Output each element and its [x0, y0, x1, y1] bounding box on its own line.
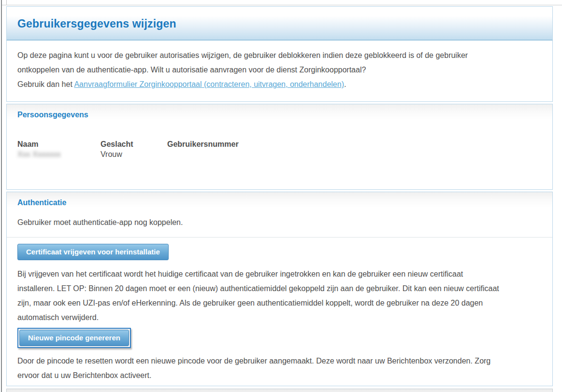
intro-link-prefix: Gebruik dan het — [17, 80, 74, 88]
intro-section: Op deze pagina kunt u voor de gebruiker … — [6, 41, 553, 102]
certificaat-description-line-3: zijn, maar ook een UZI-pas en/of eHerken… — [17, 296, 542, 310]
page-title: Gebruikersgegevens wijzigen — [17, 17, 176, 30]
intro-line-3: Gebruik dan het Aanvraagformulier Zorgin… — [17, 77, 542, 92]
persoonsgegevens-fields: Naam Xxx Xxxxxxx Geslacht Vrouw Gebruike… — [17, 140, 542, 159]
certificaat-vrijgeven-button[interactable]: Certificaat vrijgeven voor herinstallati… — [17, 244, 169, 260]
intro-line-2: ontkoppelen van de authenticatie-app. Wi… — [17, 63, 542, 77]
left-frame-border — [1, 0, 2, 392]
pincode-button-focus-ring: Nieuwe pincode genereren — [17, 328, 131, 348]
geslacht-value: Vrouw — [101, 150, 167, 159]
geslacht-label: Geslacht — [101, 140, 167, 149]
pincode-description-line-1: Door de pincode te resetten wordt een ni… — [17, 354, 542, 368]
field-gebruikersnummer: Gebruikersnummer — [167, 140, 239, 159]
persoonsgegevens-header: Persoonsgegevens — [17, 111, 542, 119]
content-panel: Gebruikersgegevens wijzigen Op deze pagi… — [6, 6, 553, 392]
field-naam: Naam Xxx Xxxxxxx — [17, 140, 101, 159]
intro-link-suffix: . — [344, 80, 346, 88]
authenticatie-section: Authenticatie Gebruiker moet authenticat… — [6, 192, 553, 386]
certificaat-description-line-4: automatisch verwijderd. — [17, 310, 542, 325]
top-strip-divider — [6, 0, 7, 5]
top-strip — [2, 0, 562, 5]
authenticatie-status-text: Gebruiker moet authenticatie-app nog kop… — [17, 218, 542, 227]
persoonsgegevens-section: Persoonsgegevens Naam Xxx Xxxxxxx Geslac… — [6, 104, 553, 190]
certificaat-description: Bij vrijgeven van het certificaat wordt … — [17, 267, 542, 325]
aanvraagformulier-zorginkoopportaal-link[interactable]: Aanvraagformulier Zorginkoopportaal (con… — [74, 80, 344, 88]
pincode-description-line-2: ervoor dat u uw Berichtenbox activeert. — [17, 368, 542, 383]
nieuwe-pincode-button[interactable]: Nieuwe pincode genereren — [19, 330, 129, 346]
gebruikersnummer-label: Gebruikersnummer — [167, 140, 239, 149]
certificaat-description-line-2: installeren. LET OP: Binnen 20 dagen moe… — [17, 281, 542, 296]
authenticatie-header: Authenticatie — [17, 198, 542, 207]
naam-value-redacted: Xxx Xxxxxxx — [17, 150, 101, 159]
certificaat-description-line-1: Bij vrijgeven van het certificaat wordt … — [17, 267, 542, 281]
next-section-partial — [6, 389, 553, 392]
field-geslacht: Geslacht Vrouw — [101, 140, 167, 159]
page: Gebruikersgegevens wijzigen Op deze pagi… — [0, 0, 562, 392]
pincode-description: Door de pincode te resetten wordt een ni… — [17, 354, 542, 383]
section-divider — [7, 237, 552, 238]
intro-line-1: Op deze pagina kunt u voor de gebruiker … — [17, 48, 542, 63]
page-title-bar: Gebruikersgegevens wijzigen — [6, 6, 553, 41]
naam-label: Naam — [17, 140, 101, 149]
